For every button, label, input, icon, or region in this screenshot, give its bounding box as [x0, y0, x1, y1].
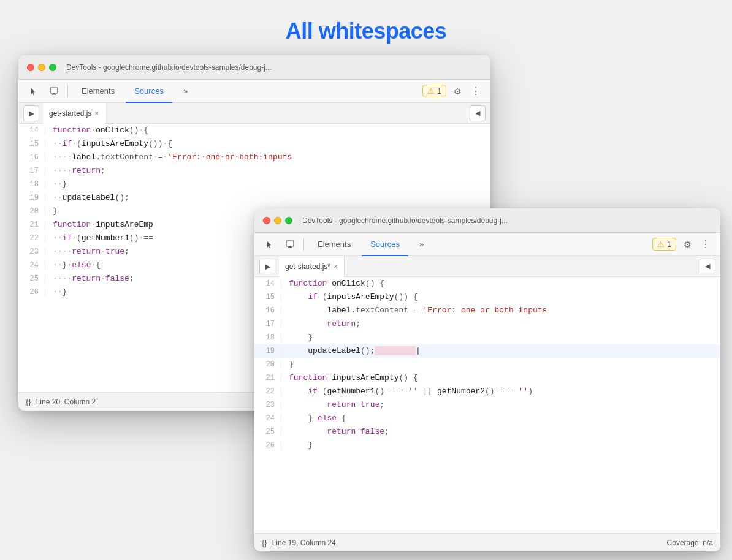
file-tab-name-2: get-started.js*: [285, 262, 330, 271]
code-line-22-2: 22 if (getNumber1() === '' || getNumber2…: [254, 385, 720, 398]
format-icon-2: {}: [262, 538, 267, 547]
cursor-icon-2[interactable]: [262, 236, 279, 253]
file-tabbar-2: ▶ get-started.js* × ◀: [254, 256, 720, 277]
minimize-button-2[interactable]: [274, 217, 281, 224]
warning-badge-1[interactable]: ⚠ 1: [422, 85, 446, 97]
file-tab-close-2[interactable]: ×: [334, 263, 338, 270]
svg-rect-2: [53, 93, 55, 94]
toolbar-1: Elements Sources » ⚠ 1 ⚙ ⋮: [18, 80, 490, 103]
minimize-button-1[interactable]: [38, 64, 45, 71]
warning-icon-2: ⚠: [657, 240, 665, 249]
collapse-btn-2[interactable]: ◀: [700, 259, 715, 274]
inspect-icon[interactable]: [45, 83, 63, 100]
window-title-2: DevTools - googlechrome.github.io/devtoo…: [302, 216, 508, 225]
close-button-1[interactable]: [27, 64, 34, 71]
collapse-btn-1[interactable]: ◀: [470, 105, 486, 121]
page-title: All whitespaces: [0, 0, 732, 44]
svg-rect-5: [289, 246, 291, 247]
toolbar-2: Elements Sources » ⚠ 1 ⚙ ⋮: [254, 233, 720, 256]
status-text-left-2: Line 19, Column 24: [272, 539, 336, 547]
svg-rect-4: [288, 247, 292, 248]
code-area-2: 14 function onClick() { 15 if (inputsAre…: [254, 277, 720, 533]
file-tab-1[interactable]: get-started.js ×: [43, 103, 105, 124]
devtools-window-2: DevTools - googlechrome.github.io/devtoo…: [254, 208, 720, 551]
code-line-23-2: 23 return true;: [254, 398, 720, 412]
code-line-18-1: 18 ··}: [18, 178, 490, 191]
warning-count-1: 1: [437, 87, 441, 96]
code-line-16-1: 16 ····label.textContent·=·'Error:·one·o…: [18, 151, 490, 164]
tab-sources-1[interactable]: Sources: [126, 80, 172, 103]
close-button-2[interactable]: [263, 217, 270, 224]
code-line-25-2: 25 return false;: [254, 425, 720, 439]
sidebar-toggle-1[interactable]: ▶: [23, 105, 39, 121]
code-line-15-2: 15 if (inputsAreEmpty()) {: [254, 290, 720, 304]
warning-count-2: 1: [667, 240, 671, 249]
svg-rect-0: [50, 88, 58, 93]
file-tab-name-1: get-started.js: [49, 109, 91, 118]
toolbar-divider-2: [303, 238, 304, 251]
code-line-24-2: 24 } else {: [254, 412, 720, 425]
tab-more-1[interactable]: »: [175, 80, 196, 103]
code-line-16-2: 16 label.textContent = 'Error: one or bo…: [254, 304, 720, 317]
code-line-14-1: 14 function·onClick()·{: [18, 124, 490, 137]
format-icon-1: {}: [26, 397, 31, 406]
svg-rect-3: [286, 241, 294, 246]
status-text-1: Line 20, Column 2: [36, 398, 96, 406]
tab-sources-2[interactable]: Sources: [362, 233, 408, 256]
svg-rect-1: [52, 94, 56, 95]
code-line-19-2: 19 updateLabel(); |: [254, 344, 720, 358]
code-line-17-2: 17 return;: [254, 317, 720, 331]
window-controls-2: [263, 217, 292, 224]
settings-icon-1[interactable]: ⚙: [449, 83, 466, 100]
code-line-26-2: 26 }: [254, 439, 720, 452]
maximize-button-2[interactable]: [285, 217, 292, 224]
file-tab-2[interactable]: get-started.js* ×: [279, 256, 345, 277]
file-tab-close-1[interactable]: ×: [94, 110, 99, 117]
inspect-icon-2[interactable]: [281, 236, 299, 253]
code-line-20-2: 20 }: [254, 358, 720, 371]
code-line-21-2: 21 function inputsAreEmpty() {: [254, 371, 720, 385]
window-controls-1: [27, 64, 56, 71]
statusbar-2: {} Line 19, Column 24 Coverage: n/a: [254, 533, 720, 551]
code-line-15-1: 15 ··if·(inputsAreEmpty())·{: [18, 137, 490, 151]
code-line-18-2: 18 }: [254, 331, 720, 344]
more-icon-1[interactable]: ⋮: [468, 85, 483, 97]
tab-elements-2[interactable]: Elements: [309, 233, 359, 256]
maximize-button-1[interactable]: [49, 64, 56, 71]
tab-elements-1[interactable]: Elements: [73, 80, 123, 103]
window-title-1: DevTools - googlechrome.github.io/devtoo…: [66, 63, 272, 72]
cursor-icon[interactable]: [26, 83, 43, 100]
file-tabbar-1: ▶ get-started.js × ◀: [18, 103, 490, 124]
more-icon-2[interactable]: ⋮: [698, 238, 713, 250]
sidebar-toggle-2[interactable]: ▶: [259, 259, 275, 274]
code-line-19-1: 19 ··updateLabel();: [18, 191, 490, 205]
warning-badge-2[interactable]: ⚠ 1: [652, 238, 676, 251]
toolbar-divider-1: [67, 85, 68, 97]
status-text-right-2: Coverage: n/a: [667, 539, 713, 547]
code-line-14-2: 14 function onClick() {: [254, 277, 720, 290]
settings-icon-2[interactable]: ⚙: [679, 236, 696, 253]
code-line-17-1: 17 ····return;: [18, 164, 490, 178]
warning-icon-1: ⚠: [427, 86, 435, 96]
titlebar-1: DevTools - googlechrome.github.io/devtoo…: [18, 55, 490, 80]
titlebar-2: DevTools - googlechrome.github.io/devtoo…: [254, 208, 720, 233]
tab-more-2[interactable]: »: [411, 233, 432, 256]
